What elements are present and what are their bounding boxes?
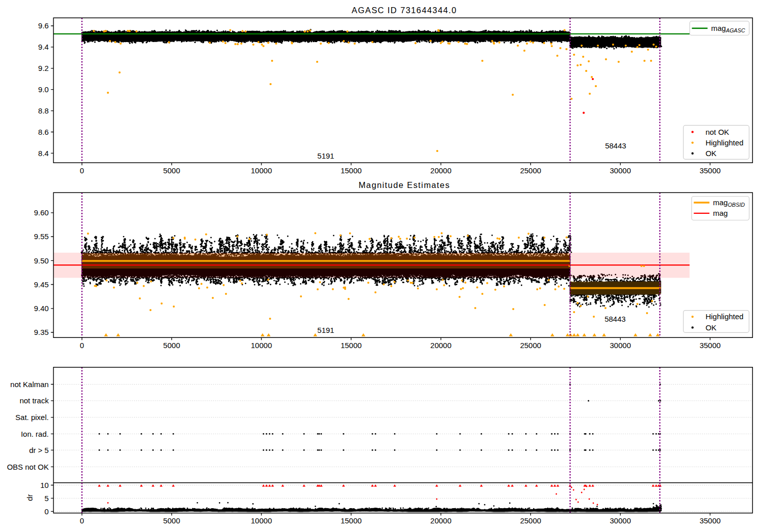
svg-text:5191: 5191 — [317, 151, 334, 160]
svg-text:30000: 30000 — [610, 166, 631, 175]
svg-text:5000: 5000 — [163, 166, 180, 175]
svg-text:9.45: 9.45 — [34, 280, 49, 289]
svg-text:9.4: 9.4 — [38, 43, 49, 51]
svg-text:0: 0 — [80, 341, 84, 350]
svg-text:Sat. pixel.: Sat. pixel. — [15, 413, 49, 422]
svg-text:20000: 20000 — [430, 166, 451, 175]
svg-text:9.6: 9.6 — [38, 21, 49, 30]
svg-text:not OK: not OK — [705, 128, 729, 136]
svg-text:0: 0 — [80, 516, 84, 525]
svg-text:30000: 30000 — [610, 516, 631, 525]
svg-text:15000: 15000 — [340, 516, 362, 525]
svg-text:58443: 58443 — [605, 141, 626, 150]
svg-text:35000: 35000 — [700, 166, 721, 175]
svg-text:35000: 35000 — [700, 341, 721, 350]
svg-text:5: 5 — [45, 494, 49, 503]
svg-text:AGASC ID 731644344.0: AGASC ID 731644344.0 — [352, 6, 457, 15]
svg-text:Highlighted: Highlighted — [705, 312, 743, 321]
svg-text:9.2: 9.2 — [38, 64, 49, 72]
svg-text:9.35: 9.35 — [34, 328, 49, 336]
svg-text:8.8: 8.8 — [38, 106, 49, 115]
svg-text:not Kalman: not Kalman — [10, 380, 49, 389]
svg-text:5000: 5000 — [163, 516, 180, 525]
svg-text:20000: 20000 — [430, 341, 451, 350]
svg-text:15000: 15000 — [340, 341, 362, 350]
svg-text:9.55: 9.55 — [34, 232, 49, 241]
svg-text:10000: 10000 — [251, 166, 272, 175]
svg-text:30000: 30000 — [610, 341, 631, 350]
svg-text:58443: 58443 — [604, 315, 626, 323]
svg-text:20000: 20000 — [430, 516, 451, 525]
svg-text:9.60: 9.60 — [34, 208, 49, 217]
svg-text:5191: 5191 — [317, 326, 334, 334]
svg-text:35000: 35000 — [700, 516, 721, 525]
svg-text:8.4: 8.4 — [38, 149, 49, 158]
svg-text:dr: dr — [25, 494, 34, 501]
svg-text:OK: OK — [705, 323, 716, 332]
svg-text:0: 0 — [80, 166, 84, 175]
svg-text:15000: 15000 — [340, 166, 362, 175]
svg-text:9.50: 9.50 — [34, 256, 49, 265]
svg-text:Ion. rad.: Ion. rad. — [21, 430, 49, 438]
svg-text:OBS not OK: OBS not OK — [7, 463, 49, 471]
svg-text:mag: mag — [713, 209, 728, 217]
svg-text:10000: 10000 — [251, 341, 272, 350]
svg-text:10000: 10000 — [251, 516, 272, 525]
svg-text:9.0: 9.0 — [38, 85, 49, 94]
svg-text:Magnitude Estimates: Magnitude Estimates — [359, 180, 450, 189]
svg-text:10: 10 — [41, 481, 49, 489]
svg-text:OK: OK — [705, 149, 716, 158]
svg-text:25000: 25000 — [520, 341, 541, 350]
svg-text:25000: 25000 — [520, 516, 541, 525]
svg-text:8.6: 8.6 — [38, 128, 49, 136]
svg-text:Highlighted: Highlighted — [705, 138, 743, 147]
svg-text:not track: not track — [20, 396, 49, 405]
svg-text:dr > 5: dr > 5 — [29, 446, 49, 454]
svg-text:5000: 5000 — [163, 341, 180, 350]
svg-text:9.40: 9.40 — [34, 304, 49, 313]
svg-text:0: 0 — [45, 507, 49, 516]
svg-text:25000: 25000 — [520, 166, 541, 175]
